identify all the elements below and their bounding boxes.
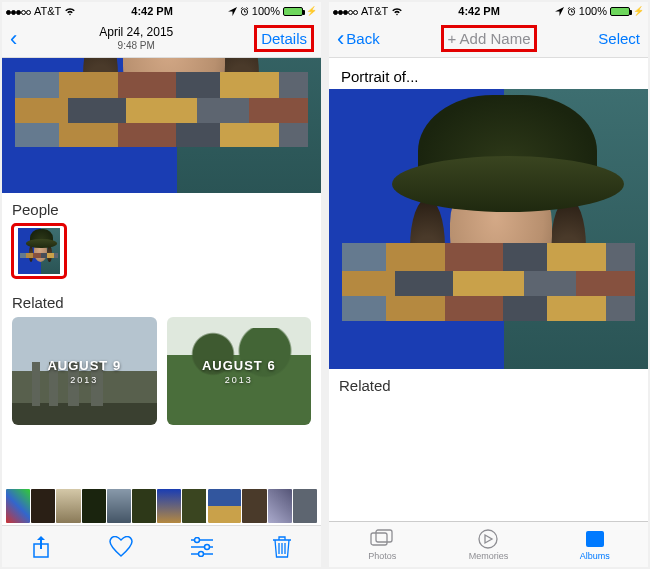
memories-icon xyxy=(476,528,500,550)
nav-title: April 24, 2015 9:48 PM xyxy=(99,25,173,51)
filmstrip-thumb[interactable] xyxy=(268,489,292,523)
clock-label: 4:42 PM xyxy=(458,5,500,17)
filmstrip-thumb[interactable] xyxy=(293,489,317,523)
related-card-label: AUGUST 9 2013 xyxy=(47,358,121,385)
alarm-icon xyxy=(240,7,249,16)
svg-point-7 xyxy=(199,551,204,556)
filmstrip-thumb[interactable] xyxy=(132,489,156,523)
add-name-button[interactable]: + Add Name xyxy=(442,26,537,51)
tab-bar: Photos Memories Albums xyxy=(329,521,648,567)
add-name-label: + Add Name xyxy=(448,30,531,47)
share-icon[interactable] xyxy=(31,535,51,559)
portrait-subtitle: Portrait of... xyxy=(329,58,648,89)
svg-rect-12 xyxy=(586,531,604,547)
phone-right: AT&T 4:42 PM 100% ⚡ ‹ Back + Add Name Se… xyxy=(329,2,648,567)
select-label: Select xyxy=(598,30,640,47)
alarm-icon xyxy=(567,7,576,16)
carrier-label: AT&T xyxy=(361,5,388,17)
nav-title-date: April 24, 2015 xyxy=(99,25,173,39)
battery-icon xyxy=(610,7,630,16)
svg-rect-9 xyxy=(371,533,387,545)
back-button[interactable]: ‹ xyxy=(10,26,17,52)
details-button[interactable]: Details xyxy=(255,26,313,51)
filmstrip-thumb[interactable] xyxy=(182,489,206,523)
charging-icon: ⚡ xyxy=(633,6,644,16)
related-section: Related xyxy=(329,369,648,408)
battery-pct-label: 100% xyxy=(579,5,607,17)
back-label: Back xyxy=(346,30,379,47)
filmstrip-thumb[interactable] xyxy=(56,489,80,523)
related-card[interactable]: AUGUST 9 2013 xyxy=(12,317,157,425)
svg-point-3 xyxy=(195,537,200,542)
svg-point-5 xyxy=(205,544,210,549)
location-icon xyxy=(555,7,564,16)
tab-label: Memories xyxy=(469,551,509,561)
tab-label: Photos xyxy=(368,551,396,561)
nav-bar: ‹ Back + Add Name Select xyxy=(329,20,648,58)
related-section: Related AUGUST 9 2013 AUGUST 6 2013 xyxy=(2,286,321,433)
select-button[interactable]: Select xyxy=(598,30,640,47)
tab-albums[interactable]: Albums xyxy=(542,522,648,567)
photos-icon xyxy=(370,528,394,550)
related-heading: Related xyxy=(12,294,311,311)
back-button[interactable]: ‹ Back xyxy=(337,26,380,52)
battery-icon xyxy=(283,7,303,16)
filmstrip[interactable] xyxy=(2,487,321,525)
photo-hero[interactable] xyxy=(2,58,321,193)
related-heading: Related xyxy=(339,377,638,394)
chevron-left-icon: ‹ xyxy=(10,26,17,52)
portrait-photo xyxy=(18,228,60,274)
people-heading: People xyxy=(12,201,311,218)
sliders-icon[interactable] xyxy=(190,537,214,557)
wifi-icon xyxy=(391,7,403,16)
nav-bar: ‹ April 24, 2015 9:48 PM Details xyxy=(2,20,321,58)
filmstrip-thumb[interactable] xyxy=(157,489,181,523)
svg-rect-10 xyxy=(376,530,392,542)
svg-point-11 xyxy=(479,530,497,548)
filmstrip-thumb[interactable] xyxy=(107,489,131,523)
carrier-label: AT&T xyxy=(34,5,61,17)
tab-memories[interactable]: Memories xyxy=(435,522,541,567)
status-bar: AT&T 4:42 PM 100% ⚡ xyxy=(2,2,321,20)
albums-icon xyxy=(583,528,607,550)
filmstrip-thumb[interactable] xyxy=(82,489,106,523)
filmstrip-thumb[interactable] xyxy=(242,489,266,523)
location-icon xyxy=(228,7,237,16)
people-thumbnail[interactable] xyxy=(12,224,66,278)
details-label: Details xyxy=(261,30,307,47)
related-card[interactable]: AUGUST 6 2013 xyxy=(167,317,312,425)
chevron-left-icon: ‹ xyxy=(337,26,344,52)
phone-left: AT&T 4:42 PM 100% ⚡ ‹ April 24, 2015 9:4… xyxy=(2,2,321,567)
portrait-photo xyxy=(2,58,321,193)
nav-title-time: 9:48 PM xyxy=(99,40,173,52)
photo-hero[interactable] xyxy=(329,89,648,369)
wifi-icon xyxy=(64,7,76,16)
filmstrip-thumb[interactable] xyxy=(31,489,55,523)
tab-label: Albums xyxy=(580,551,610,561)
trash-icon[interactable] xyxy=(272,535,292,559)
bottom-toolbar xyxy=(2,525,321,567)
battery-pct-label: 100% xyxy=(252,5,280,17)
heart-icon[interactable] xyxy=(109,536,133,558)
filmstrip-thumb-current[interactable] xyxy=(208,489,242,523)
signal-dots-icon xyxy=(333,5,358,17)
portrait-photo xyxy=(329,89,648,369)
tab-photos[interactable]: Photos xyxy=(329,522,435,567)
related-card-label: AUGUST 6 2013 xyxy=(202,358,276,385)
clock-label: 4:42 PM xyxy=(131,5,173,17)
signal-dots-icon xyxy=(6,5,31,17)
charging-icon: ⚡ xyxy=(306,6,317,16)
status-bar: AT&T 4:42 PM 100% ⚡ xyxy=(329,2,648,20)
filmstrip-thumb[interactable] xyxy=(6,489,30,523)
people-section: People xyxy=(2,193,321,286)
